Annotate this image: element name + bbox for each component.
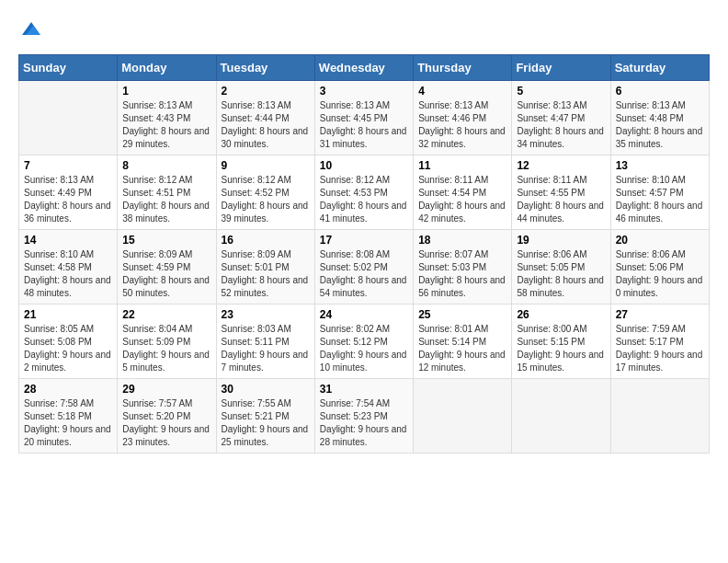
calendar-cell: 7Sunrise: 8:13 AMSunset: 4:49 PMDaylight… xyxy=(19,155,118,230)
calendar-cell: 31Sunrise: 7:54 AMSunset: 5:23 PMDayligh… xyxy=(314,379,413,454)
calendar-cell: 18Sunrise: 8:07 AMSunset: 5:03 PMDayligh… xyxy=(414,230,512,304)
calendar-cell: 11Sunrise: 8:11 AMSunset: 4:54 PMDayligh… xyxy=(414,155,512,230)
weekday-header: Thursday xyxy=(414,55,512,81)
calendar-cell: 5Sunrise: 8:13 AMSunset: 4:47 PMDaylight… xyxy=(512,81,610,155)
day-number: 2 xyxy=(222,85,310,98)
day-number: 24 xyxy=(320,308,408,321)
calendar-table: SundayMondayTuesdayWednesdayThursdayFrid… xyxy=(18,54,710,454)
calendar-cell: 28Sunrise: 7:58 AMSunset: 5:18 PMDayligh… xyxy=(19,379,118,454)
day-info: Sunrise: 8:13 AMSunset: 4:43 PMDaylight:… xyxy=(122,99,210,151)
day-number: 9 xyxy=(222,159,310,172)
day-info: Sunrise: 8:13 AMSunset: 4:45 PMDaylight:… xyxy=(320,99,408,151)
day-number: 23 xyxy=(222,308,310,321)
calendar-cell xyxy=(19,81,118,155)
calendar-cell: 25Sunrise: 8:01 AMSunset: 5:14 PMDayligh… xyxy=(414,304,512,379)
calendar-cell xyxy=(512,379,610,454)
day-info: Sunrise: 8:03 AMSunset: 5:11 PMDaylight:… xyxy=(222,323,310,374)
calendar-header-row: SundayMondayTuesdayWednesdayThursdayFrid… xyxy=(19,55,710,81)
day-info: Sunrise: 8:10 AMSunset: 4:57 PMDaylight:… xyxy=(616,174,704,225)
day-info: Sunrise: 7:58 AMSunset: 5:18 PMDaylight:… xyxy=(24,397,112,449)
day-info: Sunrise: 8:06 AMSunset: 5:06 PMDaylight:… xyxy=(616,248,704,300)
day-info: Sunrise: 8:04 AMSunset: 5:09 PMDaylight:… xyxy=(122,323,210,374)
calendar-cell: 19Sunrise: 8:06 AMSunset: 5:05 PMDayligh… xyxy=(512,230,610,304)
calendar-cell xyxy=(414,379,512,454)
day-number: 6 xyxy=(616,85,704,98)
day-info: Sunrise: 8:13 AMSunset: 4:49 PMDaylight:… xyxy=(24,174,112,225)
day-number: 13 xyxy=(616,159,704,172)
calendar-cell: 12Sunrise: 8:11 AMSunset: 4:55 PMDayligh… xyxy=(512,155,610,230)
weekday-header: Wednesday xyxy=(314,55,413,81)
day-number: 21 xyxy=(24,308,112,321)
calendar-cell: 22Sunrise: 8:04 AMSunset: 5:09 PMDayligh… xyxy=(118,304,216,379)
day-info: Sunrise: 8:12 AMSunset: 4:53 PMDaylight:… xyxy=(320,174,408,225)
day-number: 16 xyxy=(222,234,310,247)
day-info: Sunrise: 8:05 AMSunset: 5:08 PMDaylight:… xyxy=(24,323,112,374)
day-number: 30 xyxy=(222,383,310,396)
day-number: 8 xyxy=(122,159,210,172)
calendar-cell: 23Sunrise: 8:03 AMSunset: 5:11 PMDayligh… xyxy=(216,304,314,379)
day-info: Sunrise: 8:10 AMSunset: 4:58 PMDaylight:… xyxy=(24,248,112,300)
day-number: 12 xyxy=(517,159,605,172)
day-info: Sunrise: 8:11 AMSunset: 4:55 PMDaylight:… xyxy=(517,174,605,225)
day-info: Sunrise: 7:55 AMSunset: 5:21 PMDaylight:… xyxy=(222,397,310,449)
calendar-cell: 16Sunrise: 8:09 AMSunset: 5:01 PMDayligh… xyxy=(216,230,314,304)
day-info: Sunrise: 8:13 AMSunset: 4:47 PMDaylight:… xyxy=(517,99,605,151)
calendar-cell: 30Sunrise: 7:55 AMSunset: 5:21 PMDayligh… xyxy=(216,379,314,454)
day-info: Sunrise: 8:11 AMSunset: 4:54 PMDaylight:… xyxy=(418,174,506,225)
day-number: 18 xyxy=(418,234,506,247)
calendar-cell: 21Sunrise: 8:05 AMSunset: 5:08 PMDayligh… xyxy=(19,304,118,379)
day-info: Sunrise: 8:00 AMSunset: 5:15 PMDaylight:… xyxy=(517,323,605,374)
day-number: 11 xyxy=(418,159,506,172)
calendar-cell: 24Sunrise: 8:02 AMSunset: 5:12 PMDayligh… xyxy=(314,304,413,379)
day-number: 27 xyxy=(616,308,704,321)
day-number: 5 xyxy=(517,85,605,98)
day-info: Sunrise: 8:09 AMSunset: 5:01 PMDaylight:… xyxy=(222,248,310,300)
weekday-header: Sunday xyxy=(19,55,118,81)
calendar-cell: 8Sunrise: 8:12 AMSunset: 4:51 PMDaylight… xyxy=(118,155,216,230)
calendar-cell: 15Sunrise: 8:09 AMSunset: 4:59 PMDayligh… xyxy=(118,230,216,304)
calendar-cell: 10Sunrise: 8:12 AMSunset: 4:53 PMDayligh… xyxy=(314,155,413,230)
calendar-cell: 9Sunrise: 8:12 AMSunset: 4:52 PMDaylight… xyxy=(216,155,314,230)
day-number: 28 xyxy=(24,383,112,396)
day-number: 26 xyxy=(517,308,605,321)
weekday-header: Saturday xyxy=(610,55,709,81)
day-number: 3 xyxy=(320,85,408,98)
day-number: 31 xyxy=(320,383,408,396)
day-number: 7 xyxy=(24,159,112,172)
weekday-header: Tuesday xyxy=(216,55,314,81)
day-number: 19 xyxy=(517,234,605,247)
day-info: Sunrise: 8:12 AMSunset: 4:52 PMDaylight:… xyxy=(222,174,310,225)
calendar-cell: 13Sunrise: 8:10 AMSunset: 4:57 PMDayligh… xyxy=(610,155,709,230)
calendar-cell: 26Sunrise: 8:00 AMSunset: 5:15 PMDayligh… xyxy=(512,304,610,379)
calendar-cell: 1Sunrise: 8:13 AMSunset: 4:43 PMDaylight… xyxy=(118,81,216,155)
day-number: 29 xyxy=(122,383,210,396)
calendar-cell: 20Sunrise: 8:06 AMSunset: 5:06 PMDayligh… xyxy=(610,230,709,304)
day-number: 10 xyxy=(320,159,408,172)
day-number: 22 xyxy=(122,308,210,321)
calendar-cell: 3Sunrise: 8:13 AMSunset: 4:45 PMDaylight… xyxy=(314,81,413,155)
day-info: Sunrise: 8:13 AMSunset: 4:44 PMDaylight:… xyxy=(222,99,310,151)
day-info: Sunrise: 8:13 AMSunset: 4:48 PMDaylight:… xyxy=(616,99,704,151)
calendar-cell xyxy=(610,379,709,454)
calendar-cell: 14Sunrise: 8:10 AMSunset: 4:58 PMDayligh… xyxy=(19,230,118,304)
day-info: Sunrise: 8:08 AMSunset: 5:02 PMDaylight:… xyxy=(320,248,408,300)
day-info: Sunrise: 7:54 AMSunset: 5:23 PMDaylight:… xyxy=(320,397,408,449)
day-info: Sunrise: 7:57 AMSunset: 5:20 PMDaylight:… xyxy=(122,397,210,449)
day-info: Sunrise: 8:09 AMSunset: 4:59 PMDaylight:… xyxy=(122,248,210,300)
calendar-cell: 29Sunrise: 7:57 AMSunset: 5:20 PMDayligh… xyxy=(118,379,216,454)
calendar-cell: 4Sunrise: 8:13 AMSunset: 4:46 PMDaylight… xyxy=(414,81,512,155)
day-number: 17 xyxy=(320,234,408,247)
day-info: Sunrise: 8:07 AMSunset: 5:03 PMDaylight:… xyxy=(418,248,506,300)
calendar-cell: 17Sunrise: 8:08 AMSunset: 5:02 PMDayligh… xyxy=(314,230,413,304)
day-number: 15 xyxy=(122,234,210,247)
day-number: 4 xyxy=(418,85,506,98)
day-info: Sunrise: 8:06 AMSunset: 5:05 PMDaylight:… xyxy=(517,248,605,300)
day-info: Sunrise: 8:01 AMSunset: 5:14 PMDaylight:… xyxy=(418,323,506,374)
day-info: Sunrise: 7:59 AMSunset: 5:17 PMDaylight:… xyxy=(616,323,704,374)
calendar-week-row: 28Sunrise: 7:58 AMSunset: 5:18 PMDayligh… xyxy=(19,379,710,454)
day-number: 25 xyxy=(418,308,506,321)
day-info: Sunrise: 8:12 AMSunset: 4:51 PMDaylight:… xyxy=(122,174,210,225)
calendar-cell: 6Sunrise: 8:13 AMSunset: 4:48 PMDaylight… xyxy=(610,81,709,155)
calendar-week-row: 21Sunrise: 8:05 AMSunset: 5:08 PMDayligh… xyxy=(19,304,710,379)
page-header xyxy=(18,18,710,45)
